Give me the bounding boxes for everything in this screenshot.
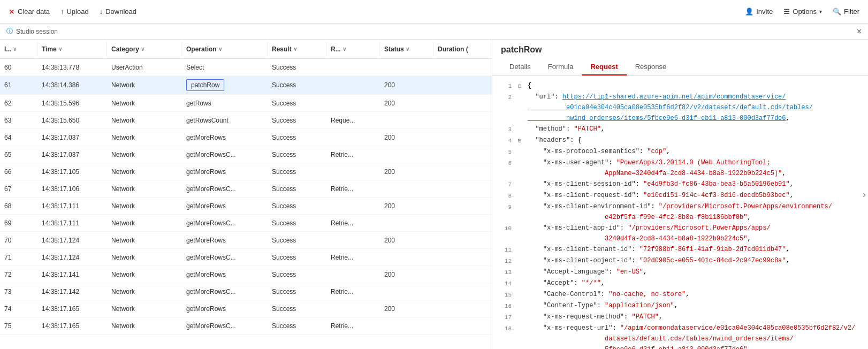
- table-row[interactable]: 6914:38:17.111NetworkgetMoreRowsC...Succ…: [0, 215, 492, 232]
- table-row[interactable]: 7514:38:17.165NetworkgetMoreRowsC...Succ…: [0, 317, 492, 335]
- table-row[interactable]: 6514:38:17.037NetworkgetMoreRowsC...Succ…: [0, 146, 492, 163]
- download-label: Download: [105, 7, 136, 16]
- table-row[interactable]: 6714:38:17.106NetworkgetMoreRowsC...Succ…: [0, 180, 492, 198]
- session-info: ⓘ Studio session: [6, 27, 58, 36]
- table-cell: [433, 82, 492, 88]
- line-toggle: [518, 190, 526, 191]
- col-header-status[interactable]: Status ∨: [380, 41, 433, 57]
- line-number: 18: [497, 323, 512, 334]
- code-panel: 1⊟{2 "url": https://tip1-shared.azure-ap…: [492, 76, 868, 349]
- download-button[interactable]: ↓ Download: [100, 7, 136, 16]
- code-content: "Content-Type": "application/json",: [528, 300, 864, 311]
- table-cell: 200: [380, 131, 433, 145]
- table-cell: 200: [380, 199, 433, 213]
- table-cell: getMoreRowsC...: [182, 148, 268, 162]
- table-cell: [433, 289, 492, 295]
- url-link[interactable]: https://tip1-shared.azure-apim.net/apim/…: [528, 93, 813, 122]
- table-cell: 14:38:17.106: [37, 182, 107, 196]
- line-number: 14: [497, 278, 512, 289]
- col-header-category[interactable]: Category ∨: [107, 41, 182, 57]
- line-number: 8: [497, 190, 512, 201]
- line-number: 10: [497, 223, 512, 234]
- table-cell: Success: [268, 285, 326, 299]
- line-number: 13: [497, 267, 512, 278]
- col-id-sort-icon: ∨: [13, 46, 17, 52]
- table-cell: 14:38:17.037: [37, 131, 107, 145]
- table-cell: Network: [107, 199, 182, 213]
- col-header-time[interactable]: Time ∨: [37, 41, 107, 57]
- table-row[interactable]: 7314:38:17.142NetworkgetMoreRowsC...Succ…: [0, 283, 492, 300]
- table-cell: getMoreRows: [182, 233, 268, 247]
- table-row[interactable]: 7214:38:17.141NetworkgetMoreRowsSuccess2…: [0, 266, 492, 283]
- session-bar: ⓘ Studio session ×: [0, 24, 868, 40]
- table-cell: Success: [268, 319, 326, 333]
- tab-request[interactable]: Request: [582, 59, 626, 75]
- line-toggle[interactable]: ⊟: [518, 135, 526, 146]
- table-cell: getRows: [182, 96, 268, 110]
- code-line: 7 "x-ms-client-session-id": "e4d9fb3d-fc…: [492, 179, 868, 190]
- table-cell: 200: [380, 78, 433, 92]
- code-content: "x-ms-protocol-semantics": "cdp",: [528, 146, 864, 157]
- invite-button[interactable]: 👤 Invite: [745, 7, 773, 16]
- table-cell: [433, 134, 492, 141]
- table-row[interactable]: 6314:38:15.650NetworkgetRowsCountSuccess…: [0, 112, 492, 129]
- table-row[interactable]: 6614:38:17.105NetworkgetMoreRowsSuccess2…: [0, 163, 492, 180]
- table-cell: [433, 151, 492, 158]
- table-cell: getMoreRows: [182, 268, 268, 282]
- code-content: "x-ms-client-app-id": "/providers/Micros…: [528, 223, 864, 244]
- table-row[interactable]: 6214:38:15.596NetworkgetRowsSuccess200: [0, 95, 492, 112]
- options-button[interactable]: ☰ Options ▾: [783, 7, 822, 16]
- table-cell: [433, 169, 492, 175]
- table-row[interactable]: 6814:38:17.111NetworkgetMoreRowsSuccess2…: [0, 198, 492, 215]
- right-panel: patchRow DetailsFormulaRequestResponse 1…: [492, 40, 868, 349]
- line-number: 1: [497, 80, 512, 92]
- upload-button[interactable]: ↑ Upload: [60, 7, 89, 16]
- line-toggle: [518, 157, 526, 158]
- filter-label: Filter: [844, 7, 859, 16]
- table-cell: Network: [107, 319, 182, 333]
- col-header-result[interactable]: Result ∨: [268, 41, 326, 57]
- table-cell: patchRow: [182, 76, 268, 94]
- col-header-id[interactable]: I... ∨: [0, 41, 37, 57]
- table-row[interactable]: 7114:38:17.124NetworkgetMoreRowsC...Succ…: [0, 249, 492, 266]
- col-header-r[interactable]: R... ∨: [326, 41, 380, 57]
- clear-data-button[interactable]: ✕ Clear data: [9, 7, 50, 16]
- table-cell: Success: [268, 216, 326, 230]
- col-r-label: R...: [331, 45, 341, 53]
- tab-response[interactable]: Response: [627, 59, 675, 75]
- table-row[interactable]: 6414:38:17.037NetworkgetMoreRowsSuccess2…: [0, 129, 492, 146]
- nav-chevron-button[interactable]: ›: [863, 189, 866, 200]
- table-cell: 61: [0, 78, 37, 92]
- table-row[interactable]: 7014:38:17.124NetworkgetMoreRowsSuccess2…: [0, 232, 492, 249]
- table-cell: getMoreRows: [182, 165, 268, 179]
- options-label: Options: [793, 7, 817, 16]
- line-number: 17: [497, 312, 512, 323]
- table-cell: Retrie...: [326, 148, 380, 162]
- line-toggle[interactable]: ⊟: [518, 80, 526, 92]
- table-cell: Retrie...: [326, 216, 380, 230]
- table-row[interactable]: 7414:38:17.165NetworkgetMoreRowsSuccess2…: [0, 300, 492, 317]
- code-line: 14 "Accept": "*/*",: [492, 278, 868, 289]
- line-toggle: [518, 124, 526, 124]
- tab-details[interactable]: Details: [501, 59, 539, 75]
- table-cell: Retrie...: [326, 251, 380, 264]
- col-header-operation[interactable]: Operation ∨: [182, 41, 268, 57]
- col-status-sort-icon: ∨: [406, 46, 409, 52]
- code-content: {: [528, 80, 864, 91]
- tab-formula[interactable]: Formula: [539, 59, 582, 75]
- table-cell: [433, 271, 492, 278]
- filter-button[interactable]: 🔍 Filter: [833, 7, 859, 16]
- table-cell: Retrie...: [326, 285, 380, 299]
- code-line: 3 "method": "PATCH",: [492, 124, 868, 135]
- table-row[interactable]: 6114:38:14.386NetworkpatchRowSuccess200: [0, 76, 492, 95]
- table-cell: [326, 134, 380, 141]
- code-content: "url": https://tip1-shared.azure-apim.ne…: [528, 92, 864, 124]
- session-close-button[interactable]: ×: [857, 27, 862, 36]
- table-cell: [326, 203, 380, 209]
- table-cell: Success: [268, 268, 326, 282]
- line-toggle: [518, 201, 526, 202]
- table-cell: 14:38:17.111: [37, 216, 107, 230]
- col-header-duration[interactable]: Duration (: [433, 41, 492, 57]
- table-cell: Network: [107, 182, 182, 196]
- table-row[interactable]: 6014:38:13.778UserActionSelectSuccess: [0, 59, 492, 76]
